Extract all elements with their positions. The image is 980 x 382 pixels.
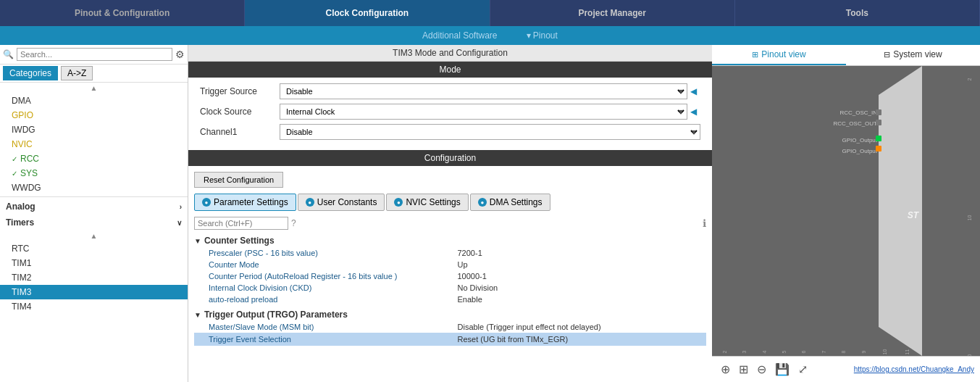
- sidebar-item-nvic[interactable]: NVIC: [0, 137, 188, 151]
- sidebar-item-gpio[interactable]: GPIO: [0, 108, 188, 123]
- scroll-up-btn-2[interactable]: ▲: [0, 231, 188, 241]
- pin-num-bot: 20: [967, 341, 972, 357]
- nav-pinout-config[interactable]: Pinout & Configuration: [0, 0, 245, 26]
- sidebar-item-wwdg[interactable]: WWDG: [0, 180, 188, 195]
- subnav-pinout[interactable]: ▾ Pinout: [527, 30, 558, 41]
- clock-source-row: Clock Source Internal Clock ◀: [200, 104, 700, 120]
- nav-project-manager[interactable]: Project Manager: [490, 0, 735, 26]
- sidebar-item-sys[interactable]: ✓SYS: [0, 166, 188, 180]
- attribution-link[interactable]: https://blog.csdn.net/Chuangke_Andy: [854, 365, 974, 373]
- pin-label-gpio-1: GPIO_Output: [842, 137, 877, 144]
- stm-chip-label: ST: [908, 199, 918, 223]
- counter-settings-section: ▼ Counter Settings Prescaler (PSC - 16 b…: [194, 234, 706, 305]
- section-timers[interactable]: Timers ∨: [0, 215, 188, 231]
- channel1-label: Channel1: [200, 127, 280, 137]
- settings-icon[interactable]: ⚙: [175, 49, 185, 60]
- mode-body: Trigger Source Disable ◀ Clock Source In…: [188, 78, 712, 150]
- search-icon: 🔍: [3, 49, 14, 59]
- trigger-source-select-wrapper: Disable: [280, 83, 687, 99]
- pin-indicator-4: [876, 146, 881, 151]
- sidebar-content: ▲ DMA GPIO IWDG NVIC ✓RCC ✓SYS WWDG: [0, 83, 188, 382]
- pin-num-mid: 10: [967, 202, 972, 220]
- sidebar-tabs: Categories A->Z: [0, 65, 188, 83]
- tab-user-constants[interactable]: ● User Constants: [298, 194, 385, 211]
- sidebar-item-tim1[interactable]: TIM1: [0, 256, 188, 270]
- tab-system-view[interactable]: ⊟ System view: [846, 45, 980, 65]
- clock-source-label: Clock Source: [200, 107, 280, 117]
- setting-trigger-event[interactable]: Trigger Event Selection Reset (UG bit fr…: [194, 333, 706, 346]
- scroll-up-btn[interactable]: ▲: [0, 83, 188, 94]
- sidebar-item-tim4[interactable]: TIM4: [0, 299, 188, 314]
- tab-parameter-settings[interactable]: ● Parameter Settings: [194, 194, 296, 211]
- reset-configuration-button[interactable]: Reset Configuration: [194, 172, 283, 188]
- trigger-source-select[interactable]: Disable: [280, 83, 687, 99]
- trigger-source-expand-icon[interactable]: ◀: [690, 86, 700, 96]
- channel1-select[interactable]: Disable: [280, 124, 700, 140]
- pin-indicators: [876, 109, 881, 151]
- right-panel: ⊞ Pinout view ⊟ System view ST RCC_OSC_I…: [712, 45, 980, 382]
- search-help-icon[interactable]: ?: [291, 218, 296, 228]
- fit-button[interactable]: ⊞: [736, 361, 751, 378]
- chevron-down-icon: ∨: [177, 219, 182, 227]
- tab-dma-settings[interactable]: ● DMA Settings: [470, 194, 550, 211]
- pin-num-top: 2: [967, 66, 972, 81]
- tab-categories[interactable]: Categories: [3, 66, 58, 80]
- right-panel-header: ⊞ Pinout view ⊟ System view: [712, 45, 980, 66]
- bottom-pin-6: 7: [821, 351, 826, 354]
- clock-source-select[interactable]: Internal Clock: [280, 104, 687, 120]
- tab-nvic-settings[interactable]: ● NVIC Settings: [386, 194, 468, 211]
- setting-counter-period: Counter Period (AutoReload Register - 16…: [194, 270, 706, 282]
- setting-prescaler: Prescaler (PSC - 16 bits value) 7200-1: [194, 247, 706, 259]
- zoom-in-button[interactable]: ⊕: [718, 361, 733, 378]
- bottom-pin-2: 3: [742, 351, 747, 354]
- tab-az[interactable]: A->Z: [61, 66, 93, 80]
- channel1-select-wrapper: Disable: [280, 124, 700, 140]
- channel1-row: Channel1 Disable: [200, 124, 700, 140]
- sidebar-item-dma[interactable]: DMA: [0, 94, 188, 108]
- setting-msm: Master/Slave Mode (MSM bit) Disable (Tri…: [194, 321, 706, 333]
- sidebar-item-rtc[interactable]: RTC: [0, 241, 188, 256]
- setting-counter-mode: Counter Mode Up: [194, 259, 706, 270]
- trigger-output-header[interactable]: ▼ Trigger Output (TRGO) Parameters: [194, 308, 706, 321]
- info-icon: ℹ: [703, 217, 706, 229]
- system-view-icon: ⊟: [884, 50, 890, 59]
- clock-source-expand-icon[interactable]: ◀: [690, 107, 700, 117]
- sidebar-item-tim3[interactable]: TIM3: [0, 285, 188, 299]
- zoom-tools: ⊕ ⊞ ⊖ 💾 ⤢: [718, 361, 811, 378]
- collapse-counter-icon: ▼: [194, 237, 201, 245]
- panel-title: TIM3 Mode and Configuration: [188, 45, 712, 62]
- nvic-settings-icon: ●: [394, 198, 403, 207]
- counter-settings-header[interactable]: ▼ Counter Settings: [194, 234, 706, 247]
- sidebar-item-rcc[interactable]: ✓RCC: [0, 151, 188, 166]
- sidebar-search-bar: 🔍 ⚙: [0, 45, 188, 65]
- bottom-pins: 2 3 4 5 6 7 8 9 10 11: [712, 348, 922, 356]
- search-input[interactable]: [17, 48, 172, 61]
- dma-settings-icon: ●: [478, 198, 487, 207]
- bottom-toolbar: ⊕ ⊞ ⊖ 💾 ⤢ https://blog.csdn.net/Chuangke…: [712, 356, 980, 382]
- bottom-pin-7: 8: [842, 351, 847, 354]
- settings-search-input[interactable]: [194, 217, 288, 230]
- sidebar-item-iwdg[interactable]: IWDG: [0, 123, 188, 137]
- config-body: Reset Configuration ● Parameter Settings…: [188, 166, 712, 382]
- param-settings-icon: ●: [202, 198, 211, 207]
- setting-autoreload: auto-reload preload Enable: [194, 294, 706, 305]
- tab-pinout-view[interactable]: ⊞ Pinout view: [712, 45, 846, 65]
- user-constants-icon: ●: [306, 198, 314, 207]
- zoom-out-button[interactable]: ⊖: [754, 361, 769, 378]
- sidebar-item-tim2[interactable]: TIM2: [0, 270, 188, 285]
- save-button[interactable]: 💾: [772, 361, 792, 378]
- bottom-pin-10: 11: [905, 349, 910, 355]
- pin-indicator-3: [876, 136, 881, 141]
- top-navigation: Pinout & Configuration Clock Configurati…: [0, 0, 980, 26]
- chip-canvas: ST RCC_OSC_IN RCC_OSC_OUT GPIO_Output GP…: [712, 66, 980, 356]
- subnav-additional-software[interactable]: Additional Software: [422, 30, 497, 41]
- export-button[interactable]: ⤢: [795, 361, 811, 378]
- section-analog[interactable]: Analog ›: [0, 199, 188, 215]
- config-header: Configuration: [188, 150, 712, 166]
- sidebar: 🔍 ⚙ Categories A->Z ▲ DMA GPIO IWDG: [0, 45, 188, 382]
- right-pin-numbers: 2 10 20: [958, 66, 980, 356]
- nav-clock-config[interactable]: Clock Configuration: [245, 0, 490, 26]
- trigger-source-row: Trigger Source Disable ◀: [200, 83, 700, 99]
- bottom-pin-1: 2: [722, 351, 727, 354]
- nav-tools[interactable]: Tools: [735, 0, 980, 26]
